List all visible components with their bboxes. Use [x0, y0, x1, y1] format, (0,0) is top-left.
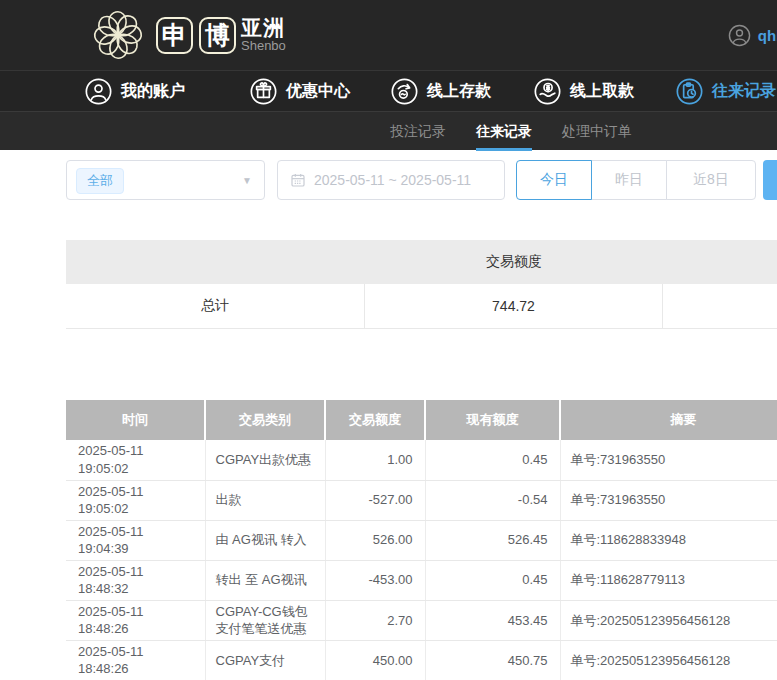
- cell-summary: 单号:118628779113: [560, 560, 777, 600]
- selected-type-chip[interactable]: 全部: [76, 168, 124, 194]
- today-button[interactable]: 今日: [516, 160, 592, 200]
- search-button[interactable]: [763, 160, 777, 200]
- table-row: 2025-05-11 18:48:26 CGPAY-CG钱包支付笔笔送优惠 2.…: [66, 600, 777, 640]
- sub-navigation: 投注记录 往来记录 处理中订单: [0, 111, 777, 150]
- nav-item-online-deposit[interactable]: 线上存款: [391, 71, 491, 112]
- cell-balance: 453.45: [425, 600, 560, 640]
- nav-label: 线上存款: [427, 81, 491, 102]
- withdraw-icon: [534, 78, 561, 105]
- transaction-type-select[interactable]: 全部 ▼: [66, 160, 265, 200]
- cell-type: 由 AG视讯 转入: [205, 520, 325, 560]
- logo-char-2: 博: [199, 17, 236, 54]
- cell-balance: 526.45: [425, 520, 560, 560]
- logo-subtitle: Shenbo: [241, 39, 286, 53]
- summary-total-value: 744.72: [365, 284, 663, 328]
- tab-betting-records[interactable]: 投注记录: [390, 112, 446, 151]
- table-row: 2025-05-11 19:05:02 CGPAY出款优惠 1.00 0.45 …: [66, 440, 777, 480]
- col-header-time: 时间: [66, 400, 205, 440]
- cell-time: 2025-05-11 19:04:39: [66, 520, 205, 560]
- user-icon: [85, 78, 112, 105]
- cell-type: CGPAY-CG钱包支付笔笔送优惠: [205, 600, 325, 640]
- summary-total-label: 总计: [66, 284, 365, 328]
- flower-logo-icon: [86, 4, 150, 66]
- col-header-type: 交易类别: [205, 400, 325, 440]
- cell-summary: 单号:731963550: [560, 440, 777, 480]
- quick-date-buttons: 今日 昨日 近8日: [516, 160, 756, 200]
- nav-item-online-withdrawal[interactable]: 线上取款: [534, 71, 634, 112]
- cell-balance: -0.54: [425, 480, 560, 520]
- deposit-icon: [391, 78, 418, 105]
- cell-type: CGPAY出款优惠: [205, 440, 325, 480]
- cell-balance: 0.45: [425, 440, 560, 480]
- yesterday-button[interactable]: 昨日: [591, 160, 667, 200]
- nav-item-my-account[interactable]: 我的账户: [85, 71, 185, 112]
- cell-amount: -453.00: [325, 560, 425, 600]
- nav-label: 我的账户: [121, 81, 185, 102]
- col-header-summary: 摘要: [560, 400, 777, 440]
- cell-type: CGPAY支付: [205, 640, 325, 680]
- cell-time: 2025-05-11 19:05:02: [66, 480, 205, 520]
- last-8-days-button[interactable]: 近8日: [666, 160, 756, 200]
- summary-total-row: 总计 744.72: [66, 284, 777, 329]
- cell-amount: 526.00: [325, 520, 425, 560]
- cell-time: 2025-05-11 19:05:02: [66, 440, 205, 480]
- user-account-area[interactable]: qhhw: [728, 0, 777, 70]
- cell-summary: 单号:202505123956456128: [560, 600, 777, 640]
- cell-amount: 2.70: [325, 600, 425, 640]
- cell-type: 转出 至 AG视讯: [205, 560, 325, 600]
- cell-summary: 单号:731963550: [560, 480, 777, 520]
- cell-amount: -527.00: [325, 480, 425, 520]
- summary-table: 交易额度 总计 744.72: [66, 240, 777, 329]
- nav-label: 线上取款: [570, 81, 634, 102]
- table-row: 2025-05-11 18:48:32 转出 至 AG视讯 -453.00 0.…: [66, 560, 777, 600]
- col-header-amount: 交易额度: [325, 400, 425, 440]
- cell-amount: 450.00: [325, 640, 425, 680]
- date-range-value: 2025-05-11 ~ 2025-05-11: [314, 172, 471, 188]
- table-row: 2025-05-11 18:48:26 CGPAY支付 450.00 450.7…: [66, 640, 777, 680]
- cell-time: 2025-05-11 18:48:26: [66, 640, 205, 680]
- date-range-picker[interactable]: 2025-05-11 ~ 2025-05-11: [277, 160, 505, 200]
- cell-summary: 单号:202505123956456128: [560, 640, 777, 680]
- filter-bar: 全部 ▼ 2025-05-11 ~ 2025-05-11 今日 昨日 近8日: [0, 160, 777, 202]
- cell-time: 2025-05-11 18:48:32: [66, 560, 205, 600]
- tab-transaction-records[interactable]: 往来记录: [476, 112, 532, 151]
- logo-region-text: 亚洲: [241, 17, 286, 39]
- brand-logo[interactable]: 申 博 亚洲 Shenbo: [86, 4, 286, 66]
- cell-type: 出款: [205, 480, 325, 520]
- records-header-row: 时间 交易类别 交易额度 现有额度 摘要: [66, 400, 777, 440]
- avatar-icon: [728, 24, 751, 47]
- nav-item-promotions[interactable]: 优惠中心: [250, 71, 350, 112]
- transaction-records-page: { "header": { "logo": { "char1": "申", "c…: [0, 0, 777, 680]
- nav-item-transaction-records[interactable]: 往来记录: [676, 71, 776, 112]
- records-icon: [676, 78, 703, 105]
- top-header: 申 博 亚洲 Shenbo qhhw: [0, 0, 777, 70]
- calendar-icon: [290, 172, 306, 188]
- col-header-balance: 现有额度: [425, 400, 560, 440]
- chevron-down-icon: ▼: [242, 175, 252, 186]
- summary-header-row: 交易额度: [66, 240, 777, 284]
- nav-label: 优惠中心: [286, 81, 350, 102]
- summary-empty-cell: [663, 284, 777, 328]
- logo-text-column: 亚洲 Shenbo: [241, 17, 286, 53]
- cell-amount: 1.00: [325, 440, 425, 480]
- cell-balance: 0.45: [425, 560, 560, 600]
- table-row: 2025-05-11 19:04:39 由 AG视讯 转入 526.00 526…: [66, 520, 777, 560]
- records-table: 时间 交易类别 交易额度 现有额度 摘要 2025-05-11 19:05:02…: [66, 400, 777, 680]
- logo-char-1: 申: [156, 17, 193, 54]
- main-navigation: 我的账户 优惠中心 线上存款 线上取款 往来记录: [0, 70, 777, 111]
- record-tabs: 投注记录 往来记录 处理中订单: [390, 112, 632, 151]
- cell-balance: 450.75: [425, 640, 560, 680]
- summary-header-label: 交易额度: [365, 253, 663, 271]
- cell-summary: 单号:118628833948: [560, 520, 777, 560]
- username-text[interactable]: qhhw: [758, 27, 777, 44]
- logo-characters: 申 博: [156, 17, 236, 54]
- cell-time: 2025-05-11 18:48:26: [66, 600, 205, 640]
- tab-pending-orders[interactable]: 处理中订单: [562, 112, 632, 151]
- nav-label: 往来记录: [712, 81, 776, 102]
- table-row: 2025-05-11 19:05:02 出款 -527.00 -0.54 单号:…: [66, 480, 777, 520]
- gift-icon: [250, 78, 277, 105]
